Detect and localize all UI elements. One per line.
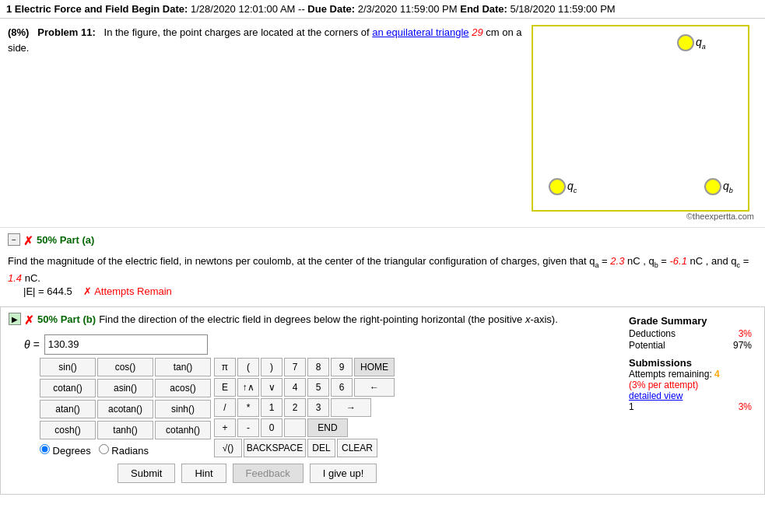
charge-qc-label: qc bbox=[567, 180, 577, 194]
charge-qa-group: qa bbox=[677, 34, 706, 51]
calc-down[interactable]: ∨ bbox=[261, 378, 282, 397]
part-b-wrapper: ▶ ✗ 50% Part (b) Find the direction of t… bbox=[0, 306, 765, 495]
submission-entry-1: 1 3% bbox=[629, 401, 752, 412]
degrees-label[interactable]: Degrees bbox=[40, 444, 91, 457]
calc-5[interactable]: 5 bbox=[307, 378, 329, 397]
calc-acotan[interactable]: acotan() bbox=[97, 400, 153, 418]
calc-pi[interactable]: π bbox=[214, 358, 236, 376]
calc-acos[interactable]: acos() bbox=[155, 379, 211, 397]
radians-radio[interactable] bbox=[99, 444, 109, 454]
calc-0[interactable]: 0 bbox=[261, 418, 282, 437]
degrees-radio[interactable] bbox=[40, 444, 50, 454]
calc-8[interactable]: 8 bbox=[307, 358, 329, 376]
part-b-header: ▶ ✗ 50% Part (b) Find the direction of t… bbox=[9, 312, 624, 330]
part-b-desc: Find the direction of the electric field… bbox=[99, 312, 558, 327]
submit-button[interactable]: Submit bbox=[118, 464, 175, 483]
calc-up[interactable]: ↑∧ bbox=[237, 378, 259, 397]
attempts-remain: ✗ Attempts Remain bbox=[83, 285, 172, 297]
part-b-left: ▶ ✗ 50% Part (b) Find the direction of t… bbox=[9, 312, 624, 489]
part-a-icon[interactable]: − bbox=[8, 233, 20, 246]
part-a-percent: 50% Part (a) bbox=[37, 233, 94, 248]
grade-summary: Grade Summary Deductions 3% Potential 97… bbox=[624, 312, 756, 489]
calc-tanh[interactable]: tanh() bbox=[97, 421, 153, 439]
calc-cotanh[interactable]: cotanh() bbox=[155, 421, 211, 439]
calc-plus[interactable]: + bbox=[214, 418, 236, 437]
calc-row2: E ↑∧ ∨ 4 5 6 ← bbox=[214, 378, 395, 397]
calc-row3: / * 1 2 3 → bbox=[214, 398, 395, 417]
calc-3[interactable]: 3 bbox=[307, 398, 329, 417]
calc-row4: + - 0 END bbox=[214, 418, 395, 437]
calc-sinh[interactable]: sinh() bbox=[155, 400, 211, 418]
calc-tan[interactable]: tan() bbox=[155, 358, 211, 376]
part-b-x-icon: ✗ bbox=[24, 312, 34, 330]
calc-6[interactable]: 6 bbox=[331, 378, 353, 397]
charge-qa-label: qa bbox=[696, 36, 706, 51]
calc-open-paren[interactable]: ( bbox=[237, 358, 259, 376]
part-b-percent: 50% Part (b) bbox=[37, 312, 96, 327]
end-date: 5/18/2020 11:59:00 PM bbox=[511, 3, 616, 15]
calc-del[interactable]: DEL bbox=[307, 439, 335, 457]
calc-home[interactable]: HOME bbox=[354, 358, 395, 376]
charge-qa-circle bbox=[677, 34, 694, 51]
calc-2[interactable]: 2 bbox=[284, 398, 306, 417]
problem-number: Problem 11: bbox=[37, 26, 95, 38]
theta-input-row: θ = bbox=[24, 334, 624, 355]
header-bar: 1 Electric Force and Field Begin Date: 1… bbox=[0, 0, 765, 19]
end-label: End Date: bbox=[460, 3, 507, 15]
result-value: |E| = 644.5 bbox=[23, 285, 72, 297]
calc-1[interactable]: 1 bbox=[261, 398, 282, 417]
calc-row5: √() BACKSPACE DEL CLEAR bbox=[214, 439, 395, 457]
deductions-label: Deductions bbox=[629, 328, 676, 339]
calc-7[interactable]: 7 bbox=[284, 358, 306, 376]
part-b-inner: ▶ ✗ 50% Part (b) Find the direction of t… bbox=[9, 312, 756, 489]
calc-atan[interactable]: atan() bbox=[40, 400, 96, 418]
degree-radio-row: Degrees Radians bbox=[40, 443, 211, 457]
charge-qb-label: qb bbox=[723, 180, 733, 194]
calc-e[interactable]: E bbox=[214, 378, 236, 397]
calc-clear[interactable]: CLEAR bbox=[337, 439, 377, 457]
begin-date: 1/28/2020 12:01:00 AM bbox=[191, 3, 295, 15]
part-a-section: − ✗ 50% Part (a) Find the magnitude of t… bbox=[0, 227, 765, 303]
calc-multiply[interactable]: * bbox=[237, 398, 259, 417]
potential-val: 97% bbox=[733, 340, 752, 351]
calc-9[interactable]: 9 bbox=[331, 358, 353, 376]
feedback-button[interactable]: Feedback bbox=[233, 464, 304, 483]
calc-right: π ( ) 7 8 9 HOME E ↑∧ ∨ 4 5 bbox=[214, 358, 395, 457]
calc-blank bbox=[284, 418, 306, 437]
calc-close-paren[interactable]: ) bbox=[261, 358, 282, 376]
calc-row1: π ( ) 7 8 9 HOME bbox=[214, 358, 395, 376]
calculator: sin() cos() tan() cotan() asin() acos() … bbox=[40, 358, 616, 457]
calc-cos[interactable]: cos() bbox=[97, 358, 153, 376]
theta-label: θ = bbox=[24, 338, 40, 351]
calc-backspace-btn[interactable]: BACKSPACE bbox=[244, 439, 306, 457]
separator: -- bbox=[298, 3, 305, 15]
equilateral-link[interactable]: an equilateral triangle bbox=[372, 26, 468, 38]
calc-minus[interactable]: - bbox=[237, 418, 259, 437]
calc-sqrt[interactable]: √() bbox=[214, 439, 242, 457]
theta-input[interactable] bbox=[44, 334, 208, 355]
calc-cotan[interactable]: cotan() bbox=[40, 379, 96, 397]
hint-button[interactable]: Hint bbox=[181, 464, 226, 483]
due-date: 2/3/2020 11:59:00 PM bbox=[358, 3, 458, 15]
calc-4[interactable]: 4 bbox=[284, 378, 306, 397]
calc-backspace[interactable]: ← bbox=[354, 378, 395, 397]
charge-qb-circle bbox=[704, 178, 721, 195]
begin-label: Begin Date: bbox=[132, 3, 188, 15]
give-up-button[interactable]: I give up! bbox=[310, 464, 377, 483]
diagram-container: qa qb qc ©theexpertta.com bbox=[532, 25, 757, 221]
diagram-box: qa qb qc bbox=[532, 25, 749, 212]
calc-cosh[interactable]: cosh() bbox=[40, 421, 96, 439]
radians-label[interactable]: Radians bbox=[99, 444, 149, 457]
calc-right-arrow[interactable]: → bbox=[331, 398, 371, 417]
calc-end[interactable]: END bbox=[307, 418, 348, 437]
calc-sin[interactable]: sin() bbox=[40, 358, 96, 376]
submissions-section: Submissions Attempts remaining: 4 (3% pe… bbox=[629, 357, 752, 412]
calc-divide[interactable]: / bbox=[214, 398, 236, 417]
charge-qc-group: qc bbox=[549, 178, 577, 195]
detailed-view[interactable]: detailed view bbox=[629, 390, 752, 401]
charge-qb-group: qb bbox=[704, 178, 733, 195]
part-b-icon[interactable]: ▶ bbox=[9, 313, 21, 325]
problem-percent: (8%) bbox=[8, 26, 29, 38]
attempts-label: Attempts remaining: bbox=[629, 369, 712, 380]
calc-asin[interactable]: asin() bbox=[97, 379, 153, 397]
